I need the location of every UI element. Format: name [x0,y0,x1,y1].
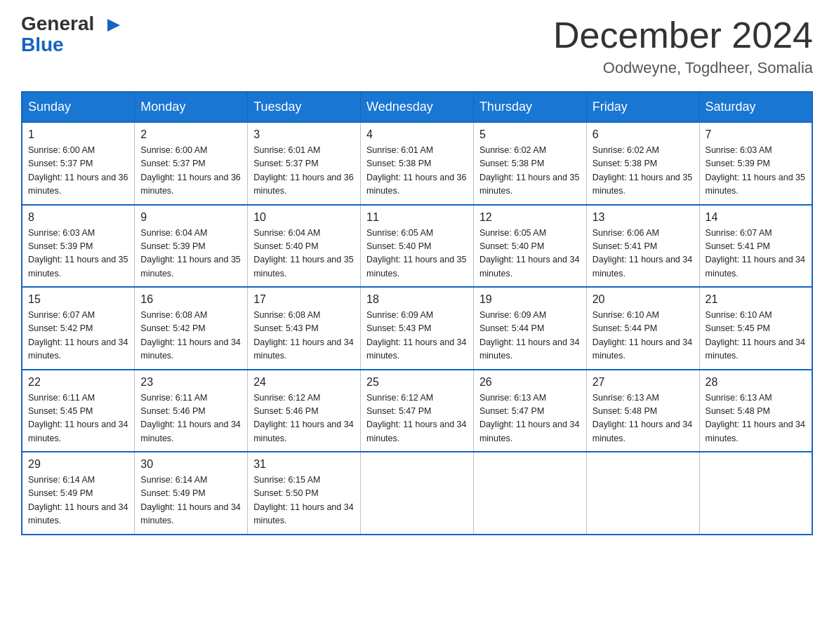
day-number: 25 [366,376,468,389]
calendar-cell: 6Sunrise: 6:02 AMSunset: 5:38 PMDaylight… [586,122,699,205]
calendar-cell: 13Sunrise: 6:06 AMSunset: 5:41 PMDayligh… [586,205,699,288]
calendar-cell: 31Sunrise: 6:15 AMSunset: 5:50 PMDayligh… [248,452,361,535]
day-info: Sunrise: 6:11 AMSunset: 5:46 PMDaylight:… [140,391,241,446]
day-number: 5 [479,128,581,141]
day-number: 16 [140,293,241,306]
day-number: 12 [479,211,581,224]
day-number: 20 [593,293,694,306]
day-info: Sunrise: 6:09 AMSunset: 5:44 PMDaylight:… [479,309,581,363]
day-number: 4 [366,128,468,141]
day-number: 23 [140,376,241,389]
calendar-cell: 29Sunrise: 6:14 AMSunset: 5:49 PMDayligh… [22,452,135,535]
calendar-week-1: 1Sunrise: 6:00 AMSunset: 5:37 PMDaylight… [22,122,812,205]
location-title: Oodweyne, Togdheer, Somalia [553,59,813,77]
day-info: Sunrise: 6:04 AMSunset: 5:39 PMDaylight:… [140,227,241,281]
calendar-cell [361,452,474,535]
weekday-header-tuesday: Tuesday [248,92,361,122]
calendar-cell: 22Sunrise: 6:11 AMSunset: 5:45 PMDayligh… [22,370,135,452]
calendar-week-4: 22Sunrise: 6:11 AMSunset: 5:45 PMDayligh… [22,370,812,452]
day-number: 21 [706,293,806,306]
day-info: Sunrise: 6:13 AMSunset: 5:47 PMDaylight:… [479,391,581,446]
calendar-header: SundayMondayTuesdayWednesdayThursdayFrid… [22,92,812,122]
day-info: Sunrise: 6:00 AMSunset: 5:37 PMDaylight:… [28,144,128,199]
day-info: Sunrise: 6:15 AMSunset: 5:50 PMDaylight:… [253,474,355,528]
day-number: 17 [253,293,355,306]
day-info: Sunrise: 6:07 AMSunset: 5:41 PMDaylight:… [706,227,806,281]
day-number: 9 [140,211,241,224]
day-number: 22 [28,376,128,389]
day-number: 15 [28,293,128,306]
calendar-cell: 21Sunrise: 6:10 AMSunset: 5:45 PMDayligh… [699,287,812,370]
day-number: 27 [593,376,694,389]
day-info: Sunrise: 6:07 AMSunset: 5:42 PMDaylight:… [28,309,128,363]
logo-general: General [21,13,94,34]
logo: General Blue [21,14,120,56]
day-info: Sunrise: 6:13 AMSunset: 5:48 PMDaylight:… [593,391,694,446]
calendar-cell [699,452,812,535]
calendar-week-3: 15Sunrise: 6:07 AMSunset: 5:42 PMDayligh… [22,287,812,370]
day-info: Sunrise: 6:05 AMSunset: 5:40 PMDaylight:… [366,227,468,281]
day-info: Sunrise: 6:12 AMSunset: 5:46 PMDaylight:… [253,391,355,446]
day-info: Sunrise: 6:10 AMSunset: 5:44 PMDaylight:… [593,309,694,363]
day-info: Sunrise: 6:09 AMSunset: 5:43 PMDaylight:… [366,309,468,363]
calendar-cell: 14Sunrise: 6:07 AMSunset: 5:41 PMDayligh… [699,205,812,288]
calendar-cell: 26Sunrise: 6:13 AMSunset: 5:47 PMDayligh… [473,370,586,452]
day-number: 31 [253,458,355,471]
calendar-cell: 15Sunrise: 6:07 AMSunset: 5:42 PMDayligh… [22,287,135,370]
calendar-cell: 27Sunrise: 6:13 AMSunset: 5:48 PMDayligh… [586,370,699,452]
calendar-cell: 17Sunrise: 6:08 AMSunset: 5:43 PMDayligh… [248,287,361,370]
calendar-cell: 20Sunrise: 6:10 AMSunset: 5:44 PMDayligh… [586,287,699,370]
day-info: Sunrise: 6:10 AMSunset: 5:45 PMDaylight:… [706,309,806,363]
calendar-cell: 5Sunrise: 6:02 AMSunset: 5:38 PMDaylight… [473,122,586,205]
day-info: Sunrise: 6:11 AMSunset: 5:45 PMDaylight:… [28,391,128,446]
calendar-body: 1Sunrise: 6:00 AMSunset: 5:37 PMDaylight… [22,122,812,535]
weekday-header-saturday: Saturday [699,92,812,122]
svg-marker-0 [107,19,120,32]
day-info: Sunrise: 6:05 AMSunset: 5:40 PMDaylight:… [479,227,581,281]
calendar-cell: 25Sunrise: 6:12 AMSunset: 5:47 PMDayligh… [361,370,474,452]
day-number: 30 [140,458,241,471]
calendar-cell: 1Sunrise: 6:00 AMSunset: 5:37 PMDaylight… [22,122,135,205]
day-info: Sunrise: 6:04 AMSunset: 5:40 PMDaylight:… [253,227,355,281]
day-info: Sunrise: 6:01 AMSunset: 5:37 PMDaylight:… [253,144,355,199]
calendar-cell: 18Sunrise: 6:09 AMSunset: 5:43 PMDayligh… [361,287,474,370]
day-info: Sunrise: 6:01 AMSunset: 5:38 PMDaylight:… [366,144,468,199]
calendar-table: SundayMondayTuesdayWednesdayThursdayFrid… [21,91,813,535]
day-number: 10 [253,211,355,224]
month-title: December 2024 [553,14,813,56]
day-info: Sunrise: 6:03 AMSunset: 5:39 PMDaylight:… [28,227,128,281]
calendar-cell [473,452,586,535]
day-info: Sunrise: 6:03 AMSunset: 5:39 PMDaylight:… [706,144,806,199]
title-block: December 2024 Oodweyne, Togdheer, Somali… [553,14,813,77]
calendar-cell: 30Sunrise: 6:14 AMSunset: 5:49 PMDayligh… [135,452,248,535]
calendar-cell: 10Sunrise: 6:04 AMSunset: 5:40 PMDayligh… [248,205,361,288]
day-number: 7 [706,128,806,141]
day-number: 13 [593,211,694,224]
logo-triangle-icon [107,19,120,32]
calendar-cell: 28Sunrise: 6:13 AMSunset: 5:48 PMDayligh… [699,370,812,452]
calendar-cell: 4Sunrise: 6:01 AMSunset: 5:38 PMDaylight… [361,122,474,205]
page-header: General Blue December 2024 Oodweyne, Tog… [21,14,813,77]
logo-blue: Blue [21,34,64,56]
day-number: 11 [366,211,468,224]
day-number: 8 [28,211,128,224]
calendar-cell: 11Sunrise: 6:05 AMSunset: 5:40 PMDayligh… [361,205,474,288]
day-info: Sunrise: 6:12 AMSunset: 5:47 PMDaylight:… [366,391,468,446]
day-info: Sunrise: 6:13 AMSunset: 5:48 PMDaylight:… [706,391,806,446]
day-number: 3 [253,128,355,141]
calendar-cell: 8Sunrise: 6:03 AMSunset: 5:39 PMDaylight… [22,205,135,288]
day-info: Sunrise: 6:02 AMSunset: 5:38 PMDaylight:… [479,144,581,199]
day-number: 6 [593,128,694,141]
calendar-cell: 24Sunrise: 6:12 AMSunset: 5:46 PMDayligh… [248,370,361,452]
day-info: Sunrise: 6:06 AMSunset: 5:41 PMDaylight:… [593,227,694,281]
calendar-cell: 2Sunrise: 6:00 AMSunset: 5:37 PMDaylight… [135,122,248,205]
day-number: 14 [706,211,806,224]
day-number: 29 [28,458,128,471]
day-number: 19 [479,293,581,306]
calendar-week-2: 8Sunrise: 6:03 AMSunset: 5:39 PMDaylight… [22,205,812,288]
day-number: 26 [479,376,581,389]
day-info: Sunrise: 6:02 AMSunset: 5:38 PMDaylight:… [593,144,694,199]
calendar-cell: 19Sunrise: 6:09 AMSunset: 5:44 PMDayligh… [473,287,586,370]
day-info: Sunrise: 6:00 AMSunset: 5:37 PMDaylight:… [140,144,241,199]
day-number: 1 [28,128,128,141]
